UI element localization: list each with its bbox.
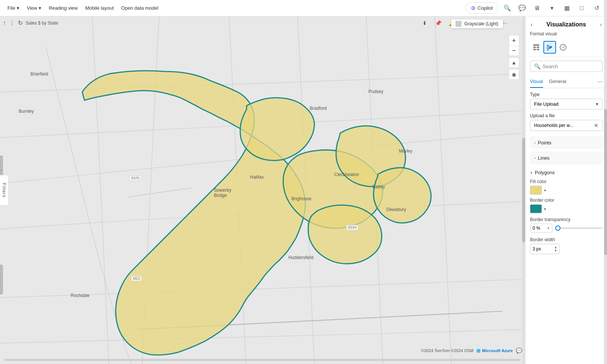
refresh-icon[interactable]: ↻	[18, 19, 23, 26]
viz-icon-table[interactable]	[530, 41, 543, 54]
ellipsis-icon[interactable]: ⋮	[9, 19, 15, 26]
city-cleckheaton: Cleckheaton	[334, 172, 359, 177]
map-title-area: ↑ ⋮ ↻ Sales $ by State	[3, 19, 58, 26]
border-transparency-value: 0 %	[533, 226, 540, 231]
border-color-dropdown-arrow[interactable]: ▾	[544, 207, 546, 211]
border-transparency-controls: 0 % ⬍	[530, 224, 603, 233]
city-brighouse: Brighouse	[291, 196, 312, 201]
map-scrollbar-thumb	[522, 138, 525, 242]
file-chevron-icon: ▾	[17, 5, 19, 11]
filters-tab[interactable]: Filters	[0, 175, 9, 205]
transparency-spinner[interactable]: ⬍	[547, 227, 550, 230]
toolbar: File ▾ View ▾ Reading view Mobile layout…	[0, 0, 607, 16]
type-label: Type	[530, 92, 603, 97]
share-icon[interactable]: □	[576, 2, 588, 14]
map-scrollbar-vertical[interactable]	[522, 16, 525, 364]
filters-label: Filters	[1, 183, 7, 198]
city-halifax: Halifax	[250, 175, 264, 180]
tab-general[interactable]: General	[549, 76, 566, 88]
location-button[interactable]: ◉	[509, 69, 519, 80]
chat-icon[interactable]: 💬	[516, 2, 528, 14]
border-width-input[interactable]: 3 px ▲ ▼	[530, 244, 560, 254]
fill-color-swatch-row: ▾	[530, 186, 603, 195]
viz-tabs: Visual General ···	[525, 76, 607, 88]
lines-chevron-icon: ›	[534, 156, 536, 160]
reading-view-label: Reading view	[49, 5, 78, 11]
points-section: › Points	[530, 136, 603, 149]
border-color-label: Border color	[530, 198, 603, 203]
chat-map-icon[interactable]: 💬	[516, 348, 522, 354]
binoculars-icon[interactable]: 🔍	[501, 2, 513, 14]
tab-visual[interactable]: Visual	[530, 76, 543, 88]
lines-label: Lines	[538, 155, 549, 161]
open-data-model-label: Open data model	[121, 5, 159, 11]
tab-more-button[interactable]: ···	[598, 79, 603, 85]
upload-value: Households per w...	[534, 123, 573, 128]
points-label: Points	[538, 140, 551, 146]
upload-clear-button[interactable]: ✕	[594, 122, 598, 128]
map-container: Filters	[0, 16, 525, 364]
svg-rect-5	[537, 49, 539, 50]
polygons-header[interactable]: ∨ Polygons	[530, 166, 603, 178]
viz-icon-analytics[interactable]	[557, 41, 569, 54]
undo-icon[interactable]: ↺	[591, 2, 603, 14]
fill-color-dropdown-arrow[interactable]: ▾	[544, 188, 546, 192]
toolbar-right: ⊕ Copilot 🔍 💬 🖥 ▾ ▦ □ ↺	[465, 2, 603, 14]
city-bradford: Bradford	[310, 106, 327, 111]
map-style-badge[interactable]: Grayscale (Light)	[451, 19, 503, 28]
zoom-in-button[interactable]: +	[509, 35, 519, 45]
zoom-out-button[interactable]: −	[509, 45, 519, 56]
city-morley: Morley	[399, 149, 412, 154]
collapse-panel-button[interactable]: ‹	[530, 21, 533, 28]
monitor-icon[interactable]: 🖥	[531, 2, 543, 14]
expand-panel-button[interactable]: ›	[599, 21, 603, 28]
city-burnley: Burnley	[19, 109, 34, 114]
border-width-value: 3 px	[533, 246, 541, 252]
spin-up-icon[interactable]: ▲	[554, 246, 557, 249]
view-label: View	[27, 5, 37, 11]
azure-label: Microsoft Azure	[482, 348, 513, 353]
mobile-layout-button[interactable]: Mobile layout	[82, 4, 117, 12]
viz-panel-scrollbar[interactable]	[604, 16, 607, 364]
chevron-down-icon[interactable]: ▾	[546, 2, 558, 14]
left-scroll-handle-2[interactable]	[0, 265, 3, 294]
road-m62: M62	[131, 276, 142, 281]
copilot-button[interactable]: ⊕ Copilot	[465, 2, 498, 14]
viz-icon-format-active[interactable]	[543, 41, 556, 54]
viz-panel: ‹ Visualizations › Format visual 🔍 Vis	[525, 16, 607, 364]
lines-header[interactable]: › Lines	[530, 151, 603, 165]
type-dropdown[interactable]: File Upload ▾	[530, 99, 603, 109]
map-background	[0, 16, 525, 364]
border-transparency-thumb[interactable]	[555, 226, 560, 231]
file-menu[interactable]: File ▾	[4, 4, 22, 12]
view-menu[interactable]: View ▾	[24, 4, 44, 12]
border-transparency-label: Border transparency	[530, 217, 603, 222]
move-up-icon[interactable]: ↑	[3, 20, 6, 26]
viz-search-box[interactable]: 🔍	[530, 61, 603, 72]
polygons-chevron-icon: ∨	[530, 170, 533, 175]
open-data-model-button[interactable]: Open data model	[118, 4, 162, 12]
city-brierfield: Brierfield	[31, 71, 48, 77]
north-button[interactable]: ▲	[509, 57, 519, 68]
border-width-row: Border width 3 px ▲ ▼	[530, 235, 603, 256]
view-chevron-icon: ▾	[39, 5, 41, 11]
border-transparency-slider[interactable]	[555, 227, 603, 229]
border-transparency-row: Border transparency 0 % ⬍	[530, 215, 603, 235]
fill-color-swatch[interactable]	[530, 186, 542, 195]
points-chevron-icon: ›	[534, 141, 536, 145]
border-width-spinner[interactable]: ▲ ▼	[554, 246, 557, 252]
map-scrollbar-horizontal[interactable]	[4, 359, 521, 361]
svg-rect-9	[547, 50, 549, 50]
layout-icon[interactable]: ▦	[561, 2, 573, 14]
fill-color-label: Fill color	[530, 179, 603, 184]
svg-rect-3	[537, 47, 539, 48]
reading-view-button[interactable]: Reading view	[46, 4, 81, 12]
border-color-swatch[interactable]	[530, 204, 542, 213]
border-color-swatch-row: ▾	[530, 204, 603, 213]
border-transparency-input[interactable]: 0 % ⬍	[530, 224, 552, 233]
search-input[interactable]	[543, 64, 605, 69]
spin-down-icon[interactable]: ▼	[554, 249, 557, 252]
upload-field[interactable]: Households per w... ✕	[530, 120, 603, 131]
city-rochdale: Rochdale	[71, 293, 90, 298]
points-header[interactable]: › Points	[530, 136, 603, 149]
